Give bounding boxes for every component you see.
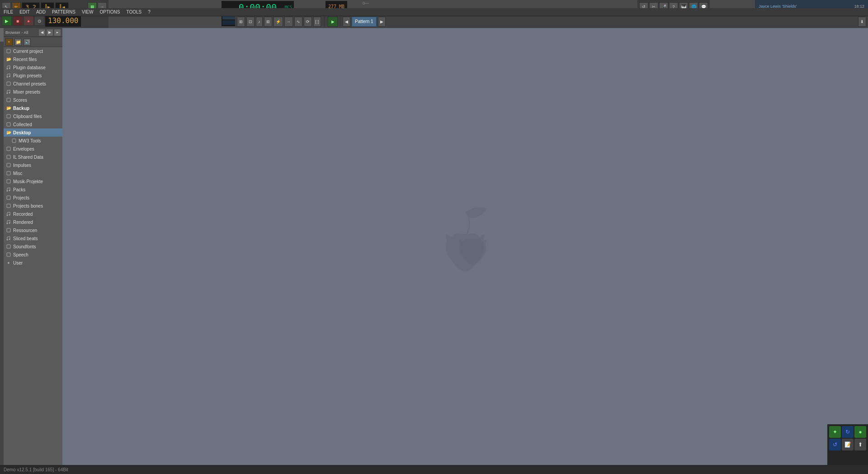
browser-item-label-23: Sliced beats [13,236,38,241]
browser-expand[interactable]: ▸ [54,29,61,36]
browser-item-label-14: Impulses [13,163,31,168]
corner-icon-3[interactable]: ↺ [829,439,841,450]
menu-item-?[interactable]: ? [145,8,153,16]
svg-point-4 [9,76,10,77]
svg-point-7 [9,92,10,94]
browser-item-mw3-tools[interactable]: MW3 Tools [4,137,62,145]
browser-nav-forward[interactable]: ▶ [47,29,53,36]
stop-btn[interactable]: ■ [13,16,23,26]
svg-point-6 [7,93,8,94]
svg-point-27 [9,239,10,240]
browser-item-label-10: Desktop [13,130,31,135]
browser-item-icon-5 [5,89,12,95]
svg-rect-20 [7,204,10,208]
menu-item-patterns[interactable]: PATTERNS [49,8,78,16]
browser-item-plugin-database[interactable]: Plugin database [4,63,62,71]
browser-item-label-16: Musik-Projekte [13,179,43,184]
browser-nav-back[interactable]: ◀ [39,29,45,36]
browser-item-recorded[interactable]: Recorded [4,210,62,218]
browser-item-packs[interactable]: Packs [4,185,62,194]
scrollbar-thumb[interactable] [0,28,4,42]
browser-item-current-project[interactable]: Current project [4,47,62,55]
svg-point-2 [9,68,10,69]
pattern-bar: ⊞ ⊡ ♪ ⊞ ⚡ → ∿ ⟳ [ ] ▶ ◀ Pattern 1 ▶ ⬇ [235,14,868,28]
bracket-btn[interactable]: [ ] [313,17,321,27]
svg-point-23 [7,223,8,224]
browser-item-recent-files[interactable]: 📂Recent files [4,55,62,63]
browser-item-icon-22 [5,227,12,233]
browser-item-icon-17 [5,186,12,193]
play-btn[interactable]: ▶ [2,16,12,26]
browser-item-il-shared-data[interactable]: IL Shared Data [4,153,62,161]
browser-item-backup[interactable]: 📂Backup [4,104,62,112]
mixer-btn[interactable]: ⊞ [237,17,245,27]
browser-item-scores[interactable]: Scores [4,96,62,104]
left-scrollbar[interactable] [0,28,4,465]
browser-header-icons: ◀ ▶ ▸ [39,29,61,36]
bpm-value[interactable]: 130.000 [45,15,81,27]
browser-item-icon-15 [5,170,12,176]
menu-item-options[interactable]: OPTIONS [97,8,123,16]
svg-rect-12 [7,147,10,151]
browser-item-collected[interactable]: Collected [4,120,62,128]
browser-item-soundfonts[interactable]: Soundfonts [4,242,62,251]
browser-item-label-12: Envelopes [13,147,34,152]
svg-point-3 [7,76,8,78]
browser-item-plugin-presets[interactable]: Plugin presets [4,71,62,80]
browser-item-impulses[interactable]: Impulses [4,161,62,169]
browser-item-projects-bones[interactable]: Projects bones [4,202,62,210]
browser-item-channel-presets[interactable]: Channel presets [4,80,62,88]
piano-btn[interactable]: ♪ [256,17,263,27]
loop-btn[interactable]: ⊙ [34,16,44,26]
loop2-btn[interactable]: ⟳ [304,17,312,27]
record-btn[interactable]: ● [24,16,33,26]
browser-add-btn[interactable]: + [5,38,13,46]
browser-item-ressourcen[interactable]: Ressourcen [4,226,62,234]
wave-btn[interactable]: ∿ [294,17,302,27]
export-btn[interactable]: ⬇ [858,17,866,27]
statusbar-text: Demo v12.5.1 [build 165] - 64Bit [4,467,68,472]
song-play-btn[interactable]: ▶ [328,17,338,27]
svg-rect-19 [7,196,10,199]
svg-point-1 [7,68,8,70]
browser-item-musik-projekte[interactable]: Musik-Projekte [4,177,62,185]
svg-point-18 [9,190,10,191]
eq-btn[interactable]: ⊡ [246,17,255,27]
pattern-next-btn[interactable]: ▶ [378,17,386,27]
browser-item-mixer-presets[interactable]: Mixer presets [4,88,62,96]
pattern-prev-btn[interactable]: ◀ [343,17,350,27]
grid-btn[interactable]: ⊞ [264,17,272,27]
browser-item-speech[interactable]: Speech [4,251,62,259]
browser-item-label-4: Channel presets [13,81,46,86]
browser-folder-btn[interactable]: 📁 [14,38,22,46]
menu-item-tools[interactable]: TOOLS [123,8,144,16]
browser-speaker-btn[interactable]: 🔊 [24,38,31,46]
menu-item-add[interactable]: ADD [33,8,48,16]
browser-item-envelopes[interactable]: Envelopes [4,145,62,153]
browser-item-user[interactable]: ●User [4,259,62,267]
browser-item-rendered[interactable]: Rendered [4,218,62,226]
menu-item-view[interactable]: VIEW [79,8,96,16]
arrow-btn[interactable]: → [284,17,293,27]
browser-item-icon-14 [5,162,12,168]
corner-icon-5[interactable]: ⬆ [854,439,866,450]
browser-item-icon-26: ● [5,260,12,266]
browser-item-icon-3 [5,72,12,79]
browser-item-clipboard-files[interactable]: Clipboard files [4,112,62,120]
plug-btn[interactable]: ⚡ [274,17,283,27]
browser-item-label-8: Clipboard files [13,114,42,119]
menu-item-edit[interactable]: EDIT [17,8,33,16]
menu-item-file[interactable]: FILE [1,8,16,16]
browser-item-label-18: Projects [13,195,29,200]
svg-rect-5 [7,82,10,85]
browser-item-desktop[interactable]: 📂Desktop [4,128,62,137]
browser-item-sliced-beats[interactable]: Sliced beats [4,234,62,242]
browser-item-misc[interactable]: Misc [4,169,62,177]
browser-item-label-22: Ressourcen [13,228,37,233]
corner-icon-1[interactable]: ↻ [842,426,854,438]
corner-icon-0[interactable]: ✦ [829,426,841,438]
corner-icon-4[interactable]: 📝 [842,439,854,450]
browser-item-label-20: Recorded [13,212,33,217]
corner-icon-2[interactable]: ● [854,426,866,438]
browser-item-projects[interactable]: Projects [4,194,62,202]
